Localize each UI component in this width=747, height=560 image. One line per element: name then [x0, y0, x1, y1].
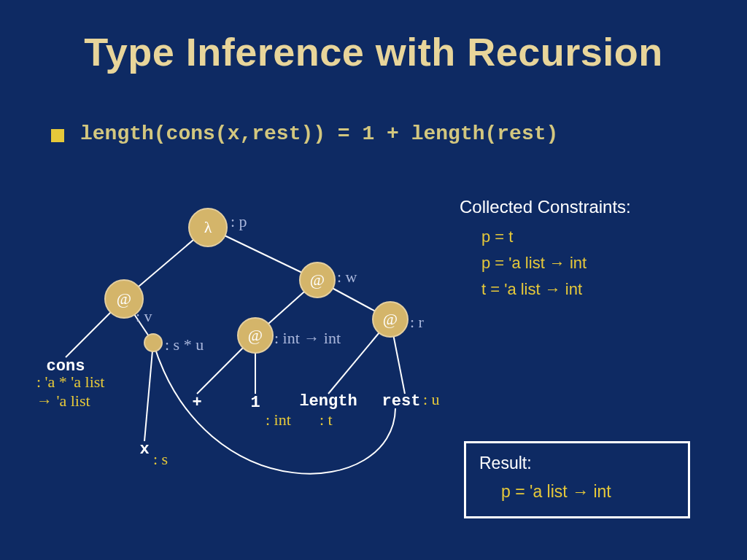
- ann-cons-type-2: → 'a list: [36, 392, 90, 410]
- leaf-plus: +: [192, 394, 201, 412]
- slide-title: Type Inference with Recursion: [0, 29, 747, 74]
- ann-cons-type-1: : 'a * 'a list: [36, 373, 104, 391]
- leaf-x: x: [139, 440, 149, 459]
- leaf-one: 1: [250, 394, 260, 412]
- node-app-label: @: [310, 271, 325, 289]
- edge-curved: [153, 343, 395, 474]
- bullet-icon: [51, 129, 64, 142]
- bullet-row: length(cons(x,rest)) = 1 + length(rest): [51, 122, 558, 145]
- constraints-panel: Collected Constraints: p = t p = 'a list…: [460, 197, 722, 306]
- edge: [144, 343, 153, 441]
- slide: Type Inference with Recursion length(con…: [0, 0, 747, 560]
- constraint-item: p = 'a list → int: [481, 254, 722, 273]
- ann-r: : r: [410, 313, 425, 331]
- ann-s: : s: [153, 450, 168, 468]
- ann-p: : p: [231, 212, 247, 230]
- ann-s-times-u: : s * u: [165, 335, 204, 354]
- node-app-label: @: [248, 326, 263, 344]
- ann-t: : t: [320, 411, 333, 429]
- constraint-item: p = t: [481, 228, 722, 246]
- ann-v: : v: [136, 307, 152, 325]
- node-pair: [144, 334, 162, 351]
- constraint-item: t = 'a list → int: [481, 280, 722, 299]
- constraints-header: Collected Constraints:: [460, 197, 722, 217]
- leaf-rest: rest: [382, 392, 421, 411]
- ann-w: : w: [337, 268, 357, 286]
- node-app-label: @: [383, 310, 398, 328]
- ann-u: : u: [423, 390, 440, 408]
- bullet-code: length(cons(x,rest)) = 1 + length(rest): [80, 122, 558, 145]
- node-app-label: @: [117, 289, 131, 308]
- leaf-length: length: [299, 392, 357, 411]
- result-box: Result: p = 'a list → int: [464, 441, 690, 518]
- result-label: Result:: [479, 454, 675, 473]
- parse-tree-diagram: λ @ @ @ @ cons x + 1 length rest : p : w…: [44, 190, 452, 518]
- result-value: p = 'a list → int: [501, 482, 675, 502]
- ann-int: : int: [266, 411, 291, 429]
- node-lambda-label: λ: [204, 218, 212, 236]
- ann-int-to-int: : int → int: [274, 329, 341, 347]
